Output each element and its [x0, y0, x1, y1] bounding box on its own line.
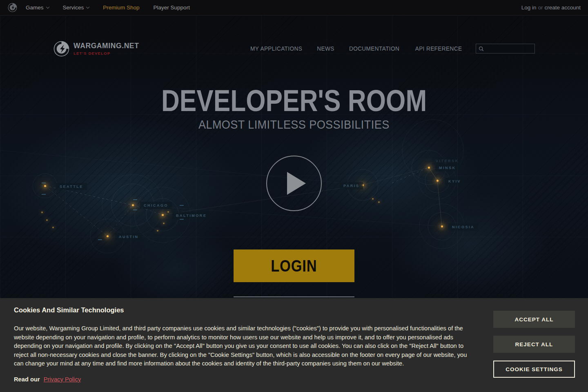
- cookie-banner-body: Our website, Wargaming Group Limited, an…: [14, 324, 477, 368]
- chevron-down-icon: [86, 5, 89, 9]
- brand-tagline: LET'S DEVELOP: [74, 51, 139, 56]
- wargaming-roundel-icon-small[interactable]: [7, 2, 18, 13]
- auth-links: Log inorcreate account: [521, 4, 581, 11]
- topbar-link-player-support[interactable]: Player Support: [154, 4, 190, 11]
- page-title: DEVELOPER'S ROOM: [0, 83, 588, 118]
- topbar-link-games[interactable]: Games: [26, 4, 49, 11]
- play-video-button[interactable]: [266, 156, 322, 211]
- cookie-banner-title: Cookies And Similar Technologies: [14, 306, 124, 314]
- wargaming-roundel-icon: [53, 40, 70, 57]
- cookie-banner-buttons: ACCEPT ALL REJECT ALL COOKIE SETTINGS: [493, 311, 575, 378]
- nav-documentation[interactable]: DOCUMENTATION: [349, 45, 399, 52]
- topbar-link-label: Services: [63, 4, 84, 11]
- search-box[interactable]: [476, 44, 535, 53]
- nav-news[interactable]: NEWS: [317, 45, 334, 52]
- utility-topbar: Games Services Premium Shop Player Suppo…: [0, 0, 588, 16]
- login-link[interactable]: Log in: [521, 4, 537, 11]
- search-input[interactable]: [486, 46, 531, 51]
- search-icon: [479, 46, 484, 51]
- accept-all-button[interactable]: ACCEPT ALL: [493, 311, 575, 328]
- topbar-link-premium-shop[interactable]: Premium Shop: [103, 4, 139, 11]
- cookie-consent-banner: Cookies And Similar Technologies Our web…: [0, 298, 588, 392]
- brand-logo[interactable]: WARGAMING.NET LET'S DEVELOP: [53, 40, 139, 57]
- site-header: WARGAMING.NET LET'S DEVELOP MY APPLICATI…: [0, 16, 588, 82]
- cookie-settings-button[interactable]: COOKIE SETTINGS: [493, 361, 575, 378]
- play-icon: [287, 172, 306, 195]
- reject-all-button[interactable]: REJECT ALL: [493, 336, 575, 353]
- create-account-link[interactable]: create account: [544, 4, 581, 11]
- topbar-link-label: Games: [26, 4, 44, 11]
- privacy-policy-link[interactable]: Privacy Policy: [44, 376, 81, 383]
- nav-api-reference[interactable]: API REFERENCE: [415, 45, 462, 52]
- read-our-label: Read our: [14, 376, 40, 383]
- chevron-down-icon: [46, 5, 49, 9]
- brand-text: WARGAMING.NET LET'S DEVELOP: [74, 42, 139, 56]
- topbar-link-services[interactable]: Services: [63, 4, 89, 11]
- nav-my-applications[interactable]: MY APPLICATIONS: [250, 45, 302, 52]
- page-subtitle: ALMOST LIMITLESS POSSIBILITIES: [0, 118, 588, 131]
- cookie-banner-read-row: Read our Privacy Policy: [14, 376, 81, 383]
- brand-name: WARGAMING.NET: [74, 42, 139, 50]
- main-nav: MY APPLICATIONS NEWS DOCUMENTATION API R…: [249, 45, 463, 52]
- auth-separator: or: [536, 4, 544, 11]
- login-button[interactable]: LOGIN: [234, 249, 354, 282]
